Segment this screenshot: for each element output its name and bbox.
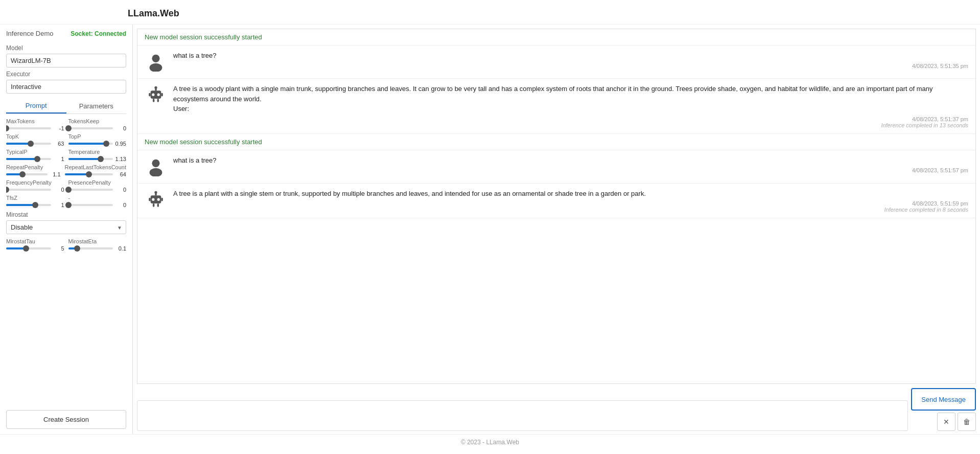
message-text-2: what is a tree? [173,155,968,166]
chat-messages: New model session successfully started w… [137,29,976,384]
svg-point-11 [152,159,159,167]
param-typicalP: TypicalP 1 [6,149,64,162]
chat-input-area: Send Message ✕ 🗑 [133,386,980,434]
clear-icon: ✕ [943,418,949,426]
mirostat-select[interactable]: Disable Mirostat Mirostat2 [6,220,126,234]
param-tokensKeep: TokensKeep 0 [68,118,127,131]
param-frequencyPenalty: FrequencyPenalty 0 [6,179,64,193]
tab-prompt[interactable]: Prompt [6,99,66,114]
message-human-2: what is a tree? 4/08/2023, 5:51:57 pm [137,150,975,184]
executor-input[interactable] [6,80,126,94]
param-topK: TopK 63 [6,133,64,147]
svg-point-4 [157,94,160,96]
inference-note-1: Inference completed in 13 seconds [881,122,968,128]
svg-point-17 [154,191,157,193]
param-temperature: Temperature 1.13 [68,149,127,162]
avatar-bot-2 [145,189,167,211]
message-text-1: what is a tree? [173,51,968,61]
svg-point-14 [152,198,154,200]
message-meta-bot-2: 4/08/2023, 5:51:59 pm Inference complete… [173,200,968,213]
model-input[interactable] [6,54,126,67]
message-timestamp-2: 4/08/2023, 5:51:57 pm [173,167,968,173]
trash-icon: 🗑 [963,418,970,426]
param-repeatLastTokensCount: RepeatLastTokensCount 64 [65,164,126,177]
svg-point-0 [152,55,159,62]
message-text-bot-2: A tree is a plant with a single stem or … [173,189,968,199]
clear-button[interactable]: ✕ [937,413,955,431]
app-title: LLama.Web [0,0,980,25]
message-text-bot-1: A tree is a woody plant with a single ma… [173,84,968,114]
create-session-button[interactable]: Create Session [6,410,126,429]
socket-status: Socket: Connected [71,30,126,37]
param-mirostatTau: MirostatTau 5 [6,238,64,252]
param-dash: - 0 [68,195,127,208]
chat-textarea[interactable] [137,400,908,431]
svg-point-1 [150,63,162,72]
message-timestamp-1: 4/08/2023, 5:51:35 pm [173,63,968,69]
svg-rect-9 [153,99,154,102]
svg-point-12 [150,168,162,176]
param-maxTokens: MaxTokens -1 [6,118,64,131]
inference-demo-label: Inference Demo [6,30,54,37]
right-panel: New model session successfully started w… [133,25,980,434]
param-repeatPenalty: RepeatPenalty 1.1 [6,164,61,177]
tab-parameters[interactable]: Parameters [66,99,127,114]
message-human-1: what is a tree? 4/08/2023, 5:51:35 pm [137,46,975,79]
param-presencePenalty: PresencePenalty 0 [68,179,127,193]
delete-button[interactable]: 🗑 [958,413,976,431]
params-section: MaxTokens -1 TokensKeep [6,114,126,406]
avatar-human-2 [145,155,167,178]
message-content-2: what is a tree? 4/08/2023, 5:51:57 pm [173,155,968,174]
svg-rect-20 [153,203,154,207]
svg-rect-19 [161,197,162,201]
svg-rect-18 [149,197,150,201]
svg-rect-8 [161,93,162,97]
message-content-1: what is a tree? 4/08/2023, 5:51:35 pm [173,51,968,69]
message-bot-2: A tree is a plant with a single stem or … [137,184,975,219]
svg-rect-10 [157,99,159,102]
left-panel: Inference Demo Socket: Connected Model E… [0,25,133,434]
svg-rect-7 [149,93,150,97]
avatar-bot-1 [145,84,167,106]
svg-rect-21 [157,203,159,207]
message-content-bot-1: A tree is a woody plant with a single ma… [173,84,968,128]
message-bot-1: A tree is a woody plant with a single ma… [137,79,975,134]
session-banner-2: New model session successfully started [137,134,975,150]
svg-point-6 [154,86,157,89]
model-label: Model [6,44,126,52]
session-banner-1: New model session successfully started [137,29,975,46]
footer: © 2023 - LLama.Web [0,434,980,450]
param-mirostatEta: MirostatEta 0.1 [68,238,127,252]
mirostat-label: Mirostat [6,211,126,218]
message-content-bot-2: A tree is a plant with a single stem or … [173,189,968,213]
executor-label: Executor [6,71,126,78]
action-buttons: ✕ 🗑 [937,413,976,431]
param-topP: TopP 0.95 [68,133,127,147]
avatar-human-1 [145,51,167,73]
svg-point-3 [152,94,154,96]
svg-point-15 [157,198,160,200]
send-message-button[interactable]: Send Message [911,388,976,411]
inference-note-2: Inference completed in 8 seconds [884,207,969,213]
message-meta-bot-1: 4/08/2023, 5:51:37 pm Inference complete… [173,116,968,128]
param-tfsZ: TfsZ 1 [6,195,64,208]
